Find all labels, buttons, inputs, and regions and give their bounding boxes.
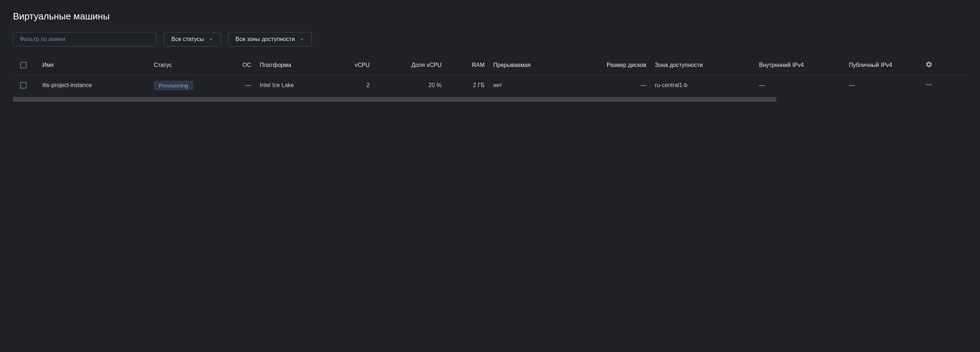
vcpu-share-value: 20 % xyxy=(429,82,442,88)
status-badge: Provisioning xyxy=(154,81,193,90)
scrollbar-thumb[interactable] xyxy=(13,97,776,102)
zone-filter-label: Все зоны доступности xyxy=(235,36,295,42)
horizontal-scrollbar[interactable] xyxy=(13,97,967,102)
col-header-disk[interactable]: Размер дисков xyxy=(582,62,651,69)
preemptible-value: нет xyxy=(493,82,502,88)
gear-icon xyxy=(925,61,932,68)
filter-bar: Все статусы Все зоны доступности xyxy=(13,32,967,46)
public-ip-value: — xyxy=(849,82,854,88)
col-header-name[interactable]: Имя xyxy=(38,62,150,69)
zone-filter-dropdown[interactable]: Все зоны доступности xyxy=(228,32,312,46)
table-header-row: Имя Статус ОС Платформа vCPU Доля vCPU R… xyxy=(13,55,967,75)
page-title: Виртуальные машины xyxy=(13,11,967,22)
col-header-zone[interactable]: Зона доступности xyxy=(651,62,755,69)
col-header-os[interactable]: ОС xyxy=(229,62,255,69)
ram-value: 2 ГБ xyxy=(473,82,485,88)
table-row: itis-project-instance Provisioning — Int… xyxy=(13,75,967,95)
svg-point-1 xyxy=(928,84,929,85)
zone-value: ru-central1-b xyxy=(655,82,687,88)
vcpu-value: 2 xyxy=(366,82,370,88)
col-header-status[interactable]: Статус xyxy=(150,62,229,69)
status-filter-dropdown[interactable]: Все статусы xyxy=(164,32,221,46)
row-actions-button[interactable] xyxy=(925,81,932,90)
row-checkbox[interactable] xyxy=(20,82,27,88)
table-wrapper: Имя Статус ОС Платформа vCPU Доля vCPU R… xyxy=(13,55,967,102)
col-header-vcpu[interactable]: vCPU xyxy=(338,62,374,69)
select-all-checkbox[interactable] xyxy=(20,62,27,69)
dots-horizontal-icon xyxy=(925,81,932,88)
disk-value: — xyxy=(641,82,646,88)
col-header-internal-ip[interactable]: Внутренний IPv4 xyxy=(755,62,845,69)
internal-ip-value: — xyxy=(759,82,765,88)
table-settings-button[interactable] xyxy=(925,61,932,69)
platform-value: Intel Ice Lake xyxy=(260,82,294,88)
name-filter-input[interactable] xyxy=(13,32,157,46)
col-header-preemptible[interactable]: Прерываемая xyxy=(489,62,582,69)
col-header-public-ip[interactable]: Публичный IPv4 xyxy=(845,62,920,69)
svg-point-0 xyxy=(926,84,928,85)
vm-table: Имя Статус ОС Платформа vCPU Доля vCPU R… xyxy=(13,55,967,102)
instance-name-link[interactable]: itis-project-instance xyxy=(42,82,92,88)
chevron-down-icon xyxy=(208,37,213,42)
col-header-platform[interactable]: Платформа xyxy=(255,62,338,69)
status-filter-label: Все статусы xyxy=(171,36,204,42)
col-header-ram[interactable]: RAM xyxy=(446,62,489,69)
col-header-vcpu-share[interactable]: Доля vCPU xyxy=(374,62,446,69)
chevron-down-icon xyxy=(299,37,304,42)
os-value: — xyxy=(245,82,251,88)
svg-point-2 xyxy=(931,84,932,85)
